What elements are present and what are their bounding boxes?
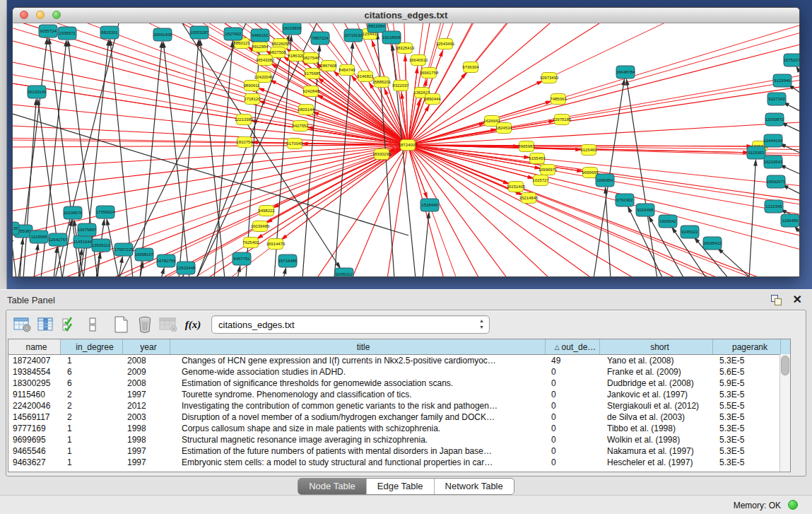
column-header-pagerank[interactable]: pagerank — [713, 339, 781, 354]
graph-node[interactable]: 6466161 — [251, 29, 269, 42]
graph-node[interactable]: 17359924 — [96, 206, 115, 218]
table-row[interactable]: 969969511998Structural magnetic resonanc… — [8, 434, 790, 445]
table-row[interactable]: 1872400712008Changes of HCN gene express… — [8, 355, 790, 366]
graph-node[interactable]: 9055724 — [39, 25, 57, 37]
table-row[interactable]: 2242004622012Investigating the contribut… — [8, 400, 790, 411]
graph-node[interactable]: 12444194 — [764, 134, 783, 147]
graph-node[interactable]: 12093872 — [765, 113, 784, 126]
graph-node[interactable]: 10973493 — [540, 73, 559, 83]
graph-node[interactable]: 9242848 — [302, 86, 319, 97]
graph-node[interactable]: 26103140 — [28, 86, 47, 98]
table-row[interactable]: 911546021997Tourette syndrome. Phenomeno… — [8, 389, 790, 400]
graph-node[interactable]: 7485063 — [550, 94, 567, 105]
table-row[interactable]: 1938455462009Genome-wide association stu… — [8, 366, 790, 378]
column-header-title[interactable]: title — [170, 339, 546, 354]
graph-node[interactable]: 2803144 — [298, 105, 314, 115]
tab-node-table[interactable]: Node Table — [298, 479, 367, 494]
select-columns-icon[interactable] — [59, 314, 80, 335]
graph-node[interactable]: 9115953 — [747, 146, 765, 159]
create-table-icon[interactable] — [111, 314, 132, 335]
graph-node[interactable]: 1518445 — [420, 199, 439, 211]
graph-node[interactable]: 16151405 — [507, 182, 526, 192]
graph-node[interactable]: 1015727 — [532, 175, 549, 186]
graph-node[interactable]: 15716485 — [278, 255, 298, 267]
graph-node[interactable]: 13505113 — [92, 239, 111, 252]
column-header-in-degree[interactable]: in_degree — [61, 339, 123, 354]
float-panel-icon[interactable] — [771, 295, 782, 305]
graph-node[interactable]: 16095422 — [703, 237, 722, 250]
network-window[interactable]: citations_edges.txt 18724007886012389129… — [12, 7, 800, 277]
graph-node[interactable]: 12942757 — [49, 233, 68, 246]
graph-node[interactable]: 12975185 — [553, 115, 572, 125]
graph-node[interactable]: 15214845 — [519, 193, 539, 204]
graph-node[interactable]: 16039489 — [251, 221, 270, 232]
column-header-short[interactable]: short — [600, 339, 713, 354]
graph-node[interactable]: 19218906 — [382, 31, 401, 44]
graph-node[interactable]: 16640910 — [409, 55, 428, 66]
scrollbar-thumb[interactable] — [781, 356, 789, 375]
table-row[interactable]: 1830029562008Estimation of significance … — [8, 378, 790, 389]
graph-node[interactable]: 18300295 — [372, 149, 392, 160]
graph-node[interactable]: 16033809 — [283, 23, 302, 35]
graph-node[interactable]: 18724007 — [399, 140, 418, 151]
graph-node[interactable]: 2867608 — [320, 61, 337, 71]
graph-node[interactable]: 9890611 — [244, 81, 261, 91]
window-titlebar[interactable]: citations_edges.txt — [13, 8, 799, 23]
graph-node[interactable]: 16961758 — [420, 68, 439, 78]
function-builder-icon[interactable]: f(x) — [181, 314, 205, 335]
table-row[interactable]: 1456911722003Disruption of a novel membe… — [8, 411, 790, 423]
graph-node[interactable]: 1115688 — [30, 230, 48, 243]
graph-node[interactable]: 9736304 — [462, 62, 479, 73]
graph-node[interactable]: 9457791 — [233, 252, 251, 265]
graph-node[interactable]: 16782759 — [157, 255, 176, 267]
graph-node[interactable]: 8427552 — [292, 121, 309, 132]
show-columns-icon[interactable] — [35, 314, 57, 335]
graph-node[interactable]: 1640954 — [596, 174, 614, 187]
graph-node[interactable]: 1527602 — [224, 28, 242, 40]
graph-node[interactable]: 16210643 — [764, 156, 783, 168]
graph-node[interactable]: 17957225 — [114, 243, 134, 256]
graph-node[interactable]: 9016468 — [636, 204, 654, 216]
graph-node[interactable]: 12543491 — [436, 39, 455, 49]
table-vertical-scrollbar[interactable] — [779, 354, 790, 472]
graph-node[interactable]: 1935572 — [58, 27, 76, 40]
graph-node[interactable]: 20691406 — [153, 28, 172, 41]
tab-edge-table[interactable]: Edge Table — [367, 479, 435, 494]
graph-node[interactable]: 9129946 — [773, 74, 792, 87]
graph-node[interactable]: 9115460 — [581, 145, 598, 156]
graph-node[interactable]: 9245012 — [335, 268, 353, 277]
table-row[interactable]: 946362711997Embryonic stem cells: a mode… — [8, 457, 790, 468]
graph-node[interactable]: 20206576 — [64, 206, 83, 219]
graph-node[interactable]: 6791902 — [616, 194, 634, 206]
graph-node[interactable]: 1810754 — [236, 137, 253, 148]
graph-node[interactable]: 15751074 — [784, 54, 799, 66]
graph-node[interactable]: 9170045 — [286, 139, 303, 149]
graph-node[interactable]: 9175685 — [304, 69, 321, 79]
graph-node[interactable]: 9905135 — [13, 222, 19, 235]
graph-node[interactable]: 7625402 — [242, 238, 259, 248]
graph-node[interactable]: 10975887 — [78, 223, 97, 236]
graph-node[interactable]: 16648784 — [616, 66, 635, 78]
graph-node[interactable]: 1824534 — [495, 123, 512, 134]
graph-node[interactable]: 1100456 — [781, 214, 799, 227]
import-table-icon[interactable] — [158, 314, 179, 335]
graph-node[interactable]: 10719193 — [344, 29, 363, 42]
graph-node[interactable]: 9155493 — [529, 153, 546, 164]
graph-node[interactable]: 10553287 — [190, 26, 209, 39]
close-panel-icon[interactable]: ✕ — [793, 293, 802, 306]
table-row[interactable]: 946554611997Estimation of the future num… — [8, 445, 790, 457]
graph-node[interactable]: 2718120 — [244, 94, 261, 105]
graph-node[interactable]: 12923448 — [177, 262, 196, 274]
graph-node[interactable]: 9498222 — [258, 206, 275, 216]
graph-node[interactable]: 15885201 — [372, 77, 392, 88]
network-canvas[interactable]: 1872400788601238912954182260589827508165… — [13, 23, 799, 277]
graph-node[interactable]: 8322037 — [392, 81, 409, 91]
table-settings-icon[interactable] — [12, 314, 33, 335]
graph-node[interactable]: 10996971 — [539, 165, 558, 175]
table-select-combo[interactable]: citations_edges.txt ▲▼ — [211, 315, 490, 334]
graph-node[interactable]: 8912954 — [252, 42, 269, 52]
graph-node[interactable]: 9227343 — [767, 93, 786, 105]
graph-node[interactable]: 7857224 — [311, 32, 329, 45]
graph-node[interactable]: 8965983 — [518, 141, 535, 152]
column-header-out-degree[interactable]: △out_de… — [546, 339, 600, 354]
